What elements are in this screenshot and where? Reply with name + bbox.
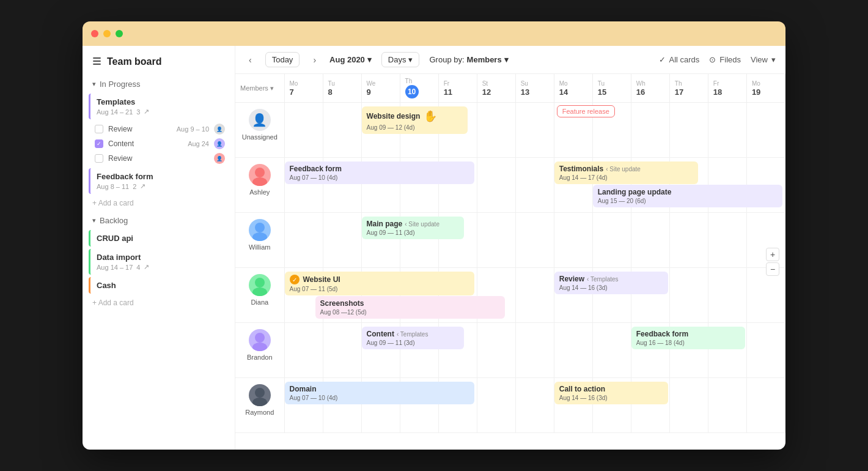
event-date: Aug 14 — 16 (3d) xyxy=(559,395,663,401)
card-title: Data import xyxy=(97,253,221,262)
minimize-dot[interactable] xyxy=(103,30,111,37)
day-col-12: St12 xyxy=(477,74,515,103)
filed-btn[interactable]: ⊙ Fileds xyxy=(709,55,741,64)
subtask-item[interactable]: Review Aug 9 – 10 👤 xyxy=(95,122,225,136)
event-website-design[interactable]: Website design ✋ Aug 09 — 12 (4d) xyxy=(362,106,468,134)
cell-unassigned-8 xyxy=(323,103,361,158)
cell-ashley-12 xyxy=(477,158,515,213)
cell-diana-7: ✓ Website UI Aug 07 — 11 (5d) Screenshot… xyxy=(284,268,323,323)
cell-william-7 xyxy=(284,213,323,268)
cell-raymond-7: Domain Aug 07 — 10 (4d) xyxy=(284,378,323,433)
card-cash[interactable]: Cash xyxy=(89,277,229,294)
members-header: Members ▾ xyxy=(235,74,284,103)
row-ashley: Ashley Feedback form Aug 07 — 10 (4d) xyxy=(235,158,785,213)
cell-brandon-15 xyxy=(592,323,631,378)
day-col-7: Mo7 xyxy=(284,74,323,103)
row-william: William Main page ‹ Site update xyxy=(235,213,785,268)
card-crud-api[interactable]: CRUD api xyxy=(89,230,229,247)
subtask-label: Review xyxy=(108,125,132,133)
member-diana: Diana xyxy=(235,268,284,323)
board-title: Team board xyxy=(107,56,162,67)
section-backlog[interactable]: ▾ Backlog xyxy=(83,211,235,229)
titlebar xyxy=(83,21,785,46)
day-col-8: Tu8 xyxy=(323,74,361,103)
event-date: Aug 08 —12 (5d) xyxy=(320,309,500,316)
chevron-down-icon: ▾ xyxy=(367,55,372,64)
view-btn[interactable]: View ▾ xyxy=(751,55,776,64)
next-btn[interactable]: › xyxy=(309,54,320,66)
cell-ashley-7: Feedback form Aug 07 — 10 (4d) xyxy=(284,158,323,213)
card-templates[interactable]: Templates Aug 14 – 21 3 ↗ xyxy=(89,94,229,119)
event-landing-page[interactable]: Landing page update Aug 15 — 20 (6d) xyxy=(593,185,782,207)
event-title: Testimonials xyxy=(559,165,603,173)
event-content-templates[interactable]: Content ‹ Templates Aug 09 — 11 (3d) xyxy=(362,327,464,349)
event-website-ui[interactable]: ✓ Website UI Aug 07 — 11 (5d) xyxy=(285,272,474,295)
event-date: Aug 09 — 11 (3d) xyxy=(367,339,459,346)
cell-william-8 xyxy=(323,213,361,268)
today-btn[interactable]: Today xyxy=(265,52,300,67)
day-col-15: Tu15 xyxy=(592,74,631,103)
sidebar: ☰ Team board ▾ In Progress Templates Aug… xyxy=(83,46,235,450)
zoom-out-btn[interactable]: − xyxy=(766,262,779,276)
svg-point-2 xyxy=(255,223,265,232)
event-testimonials[interactable]: Testimonials ‹ Site update Aug 14 — 17 (… xyxy=(554,161,699,184)
svg-point-9 xyxy=(252,398,267,406)
event-feedback-form-brandon[interactable]: Feedback form Aug 16 — 18 (4d) xyxy=(631,327,745,349)
app-window: ☰ Team board ▾ In Progress Templates Aug… xyxy=(83,21,785,450)
cell-unassigned-15 xyxy=(592,103,631,158)
cell-diana-18 xyxy=(708,268,746,323)
event-date: Aug 14 — 16 (3d) xyxy=(559,284,663,291)
all-cards-btn[interactable]: ✓ All cards xyxy=(659,55,700,64)
event-title: Main page xyxy=(367,220,403,228)
chevron-down-icon: ▾ xyxy=(504,55,509,64)
menu-icon[interactable]: ☰ xyxy=(92,56,101,67)
checkbox-unchecked[interactable] xyxy=(95,154,103,163)
section-label: In Progress xyxy=(100,80,140,89)
svg-point-4 xyxy=(255,278,265,287)
prev-btn[interactable]: ‹ xyxy=(245,54,256,66)
sidebar-header: ☰ Team board xyxy=(83,46,235,75)
member-william: William xyxy=(235,213,284,268)
checkbox-checked[interactable]: ✓ xyxy=(95,139,103,148)
svg-point-8 xyxy=(255,388,265,398)
cell-brandon-13 xyxy=(515,323,554,378)
filed-icon: ⊙ xyxy=(709,55,716,64)
maximize-dot[interactable] xyxy=(116,30,123,37)
group-members-selector[interactable]: Members ▾ xyxy=(467,55,509,64)
calendar-grid: Members ▾ Mo7 Tu8 We9 xyxy=(235,74,785,450)
subtask-item[interactable]: Review 👤 xyxy=(95,151,225,166)
event-review-templates[interactable]: Review ‹ Templates Aug 14 — 16 (3d) xyxy=(554,272,668,294)
subtask-item[interactable]: ✓ Content Aug 24 👤 xyxy=(95,136,225,151)
card-data-import[interactable]: Data import Aug 14 – 17 4 ↗ xyxy=(89,249,229,275)
event-call-to-action[interactable]: Call to action Aug 14 — 16 (3d) xyxy=(554,382,668,404)
month-selector[interactable]: Aug 2020 ▾ xyxy=(329,55,372,64)
calendar-table: Members ▾ Mo7 Tu8 We9 xyxy=(235,74,785,433)
cell-william-17 xyxy=(669,213,708,268)
row-unassigned: 👤 Unassigned Website design ✋ xyxy=(235,103,785,158)
chevron-down-icon: ▾ xyxy=(92,217,96,224)
row-brandon: Brandon Content ‹ Templates xyxy=(235,323,785,378)
event-screenshots[interactable]: Screenshots Aug 08 —12 (5d) xyxy=(315,296,505,319)
days-selector[interactable]: Days ▾ xyxy=(381,52,420,67)
subtask-date: Aug 9 – 10 xyxy=(177,125,209,133)
event-date: Aug 09 — 11 (3d) xyxy=(367,229,459,236)
checkbox-unchecked[interactable] xyxy=(95,125,103,133)
section-in-progress[interactable]: ▾ In Progress xyxy=(83,75,235,92)
card-date: Aug 8 – 11 xyxy=(97,183,129,190)
section-label: Backlog xyxy=(100,216,128,225)
event-title: Feedback form xyxy=(290,165,469,173)
member-name: Diana xyxy=(238,299,282,306)
day-col-11: Fr11 xyxy=(438,74,477,103)
event-feedback-form[interactable]: Feedback form Aug 07 — 10 (4d) xyxy=(285,161,474,184)
event-domain[interactable]: Domain Aug 07 — 10 (4d) xyxy=(285,382,474,404)
card-title: Templates xyxy=(97,97,221,106)
card-feedback-form[interactable]: Feedback form Aug 8 – 11 2 ↗ xyxy=(89,168,229,194)
cell-unassigned-14: Feature release xyxy=(554,103,592,158)
add-card-btn-2[interactable]: + Add a card xyxy=(83,295,235,311)
add-card-btn[interactable]: + Add a card xyxy=(83,195,235,211)
cell-william-18 xyxy=(708,213,746,268)
event-main-page[interactable]: Main page ‹ Site update Aug 09 — 11 (3d) xyxy=(362,217,464,239)
cell-raymond-12 xyxy=(477,378,515,433)
close-dot[interactable] xyxy=(91,30,98,37)
zoom-in-btn[interactable]: + xyxy=(766,248,779,261)
